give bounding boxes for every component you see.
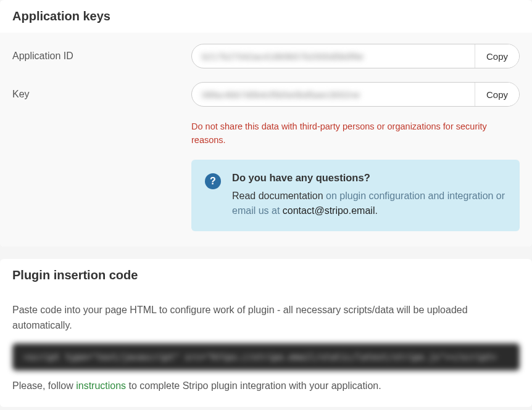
app-id-row: Application ID b217b27042ac41869b57b2000… <box>12 44 520 68</box>
share-warning: Do not share this data with third-party … <box>191 120 520 147</box>
info-period: . <box>375 205 377 216</box>
instructions-link[interactable]: instructions <box>76 380 126 391</box>
application-keys-title: Application keys <box>0 0 532 33</box>
plugin-code-desc: Paste code into your page HTML to config… <box>12 303 520 334</box>
plugin-code-snippet[interactable]: <script type="text/javascript" src="http… <box>12 343 520 371</box>
questions-info-box: ? Do you have any questions? Read docume… <box>191 160 520 232</box>
copy-app-id-button[interactable]: Copy <box>475 44 519 68</box>
plugin-code-card: Plugin insertion code Paste code into yo… <box>0 259 532 407</box>
app-id-value[interactable]: b217b27042ac41869b57b2000d5b0f9e <box>192 44 475 68</box>
info-read-prefix: Read documentation <box>232 191 326 201</box>
follow-prefix: Please, follow <box>12 380 76 391</box>
contact-email-link[interactable]: contact@stripo.email <box>283 205 375 216</box>
question-icon: ? <box>205 173 221 189</box>
info-content: Do you have any questions? Read document… <box>232 172 506 219</box>
app-id-field: b217b27042ac41869b57b2000d5b0f9e Copy <box>191 44 520 68</box>
copy-key-button[interactable]: Copy <box>475 83 519 106</box>
application-keys-card: Application keys Application ID b217b270… <box>0 0 532 247</box>
info-title: Do you have any questions? <box>232 172 506 184</box>
app-id-label: Application ID <box>12 51 191 62</box>
plugin-code-title: Plugin insertion code <box>0 259 532 292</box>
follow-suffix: to complete Stripo plugin integration wi… <box>126 380 381 391</box>
key-label: Key <box>12 89 191 100</box>
documentation-link[interactable]: on plugin configuration and integration <box>326 191 493 201</box>
follow-text: Please, follow instructions to complete … <box>12 380 520 392</box>
plugin-code-body: Paste code into your page HTML to config… <box>0 292 532 407</box>
key-row: Key 08fac4bb7d0b4cf5b5e0bd5aec3002ne Cop… <box>12 82 520 107</box>
application-keys-body: Application ID b217b27042ac41869b57b2000… <box>0 33 532 247</box>
key-field: 08fac4bb7d0b4cf5b5e0bd5aec3002ne Copy <box>191 82 520 107</box>
key-value[interactable]: 08fac4bb7d0b4cf5b5e0bd5aec3002ne <box>192 83 475 106</box>
info-text: Read documentation on plugin configurati… <box>232 189 506 219</box>
